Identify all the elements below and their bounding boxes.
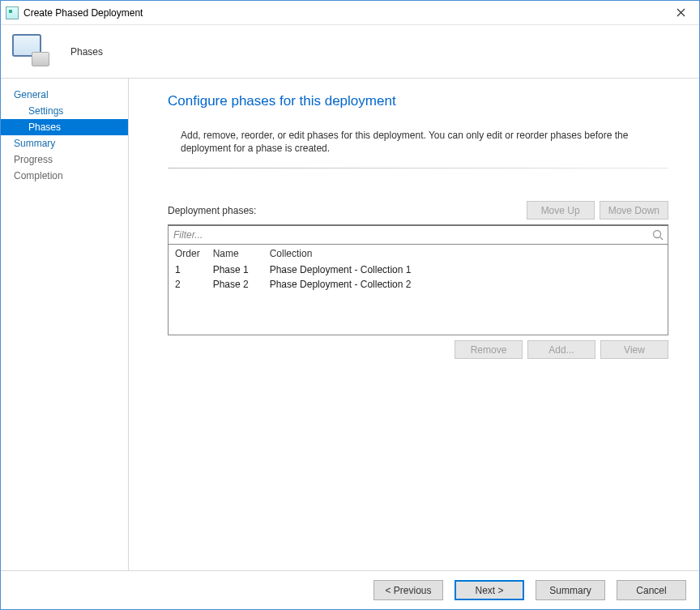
cell-order: 1 (169, 262, 207, 277)
summary-button[interactable]: Summary (536, 580, 605, 600)
add-button: Add... (527, 340, 595, 359)
banner-label: Phases (70, 46, 103, 58)
nav-phases[interactable]: Phases (1, 119, 128, 135)
previous-button[interactable]: < Previous (373, 580, 443, 600)
cell-name: Phase 1 (207, 262, 263, 277)
filter-input[interactable] (169, 226, 668, 244)
page-heading: Configure phases for this deployment (168, 93, 668, 109)
wizard-icon (12, 34, 49, 70)
col-collection[interactable]: Collection (263, 245, 668, 262)
move-up-button: Move Up (527, 201, 595, 220)
col-order[interactable]: Order (169, 245, 207, 262)
remove-button: Remove (455, 340, 523, 359)
nav-settings[interactable]: Settings (1, 103, 128, 119)
view-button: View (600, 340, 668, 359)
search-icon (651, 228, 664, 241)
svg-point-2 (654, 231, 661, 238)
cell-name: Phase 2 (207, 277, 263, 292)
nav-completion[interactable]: Completion (1, 168, 128, 184)
cancel-button[interactable]: Cancel (617, 580, 686, 600)
move-down-button: Move Down (600, 201, 668, 220)
app-icon (6, 6, 19, 19)
titlebar: Create Phased Deployment (1, 1, 699, 25)
divider (168, 168, 668, 168)
cell-collection: Phase Deployment - Collection 2 (263, 277, 668, 292)
svg-line-3 (660, 237, 664, 241)
filter-box (168, 224, 668, 245)
next-button[interactable]: Next > (455, 580, 524, 600)
phases-label: Deployment phases: (168, 205, 522, 216)
grid-header: Order Name Collection (169, 245, 668, 262)
cell-order: 2 (169, 277, 207, 292)
window-title: Create Phased Deployment (23, 7, 143, 19)
banner: Phases (1, 25, 699, 79)
nav-sidebar: General Settings Phases Summary Progress… (1, 79, 129, 570)
col-name[interactable]: Name (207, 245, 263, 262)
nav-general[interactable]: General (1, 87, 128, 103)
close-icon (677, 8, 685, 17)
content-area: Configure phases for this deployment Add… (129, 79, 699, 570)
phases-grid[interactable]: Order Name Collection 1 Phase 1 Phase De… (168, 245, 668, 335)
cell-collection: Phase Deployment - Collection 1 (263, 262, 668, 277)
table-row[interactable]: 1 Phase 1 Phase Deployment - Collection … (169, 262, 668, 277)
page-description: Add, remove, reorder, or edit phases for… (168, 129, 668, 168)
table-row[interactable]: 2 Phase 2 Phase Deployment - Collection … (169, 277, 668, 292)
wizard-footer: < Previous Next > Summary Cancel (1, 570, 699, 609)
close-button[interactable] (662, 1, 699, 25)
nav-summary[interactable]: Summary (1, 135, 128, 151)
wizard-window: Create Phased Deployment Phases General … (0, 0, 700, 610)
nav-progress[interactable]: Progress (1, 151, 128, 168)
